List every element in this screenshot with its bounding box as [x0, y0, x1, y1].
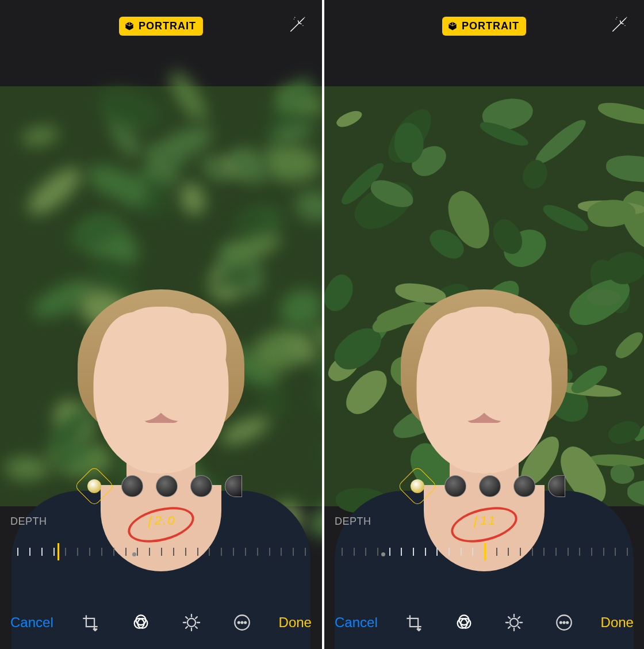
- lighting-option-natural[interactable]: [403, 472, 432, 501]
- lighting-option-stage[interactable]: [190, 475, 212, 497]
- depth-default-indicator: [132, 552, 136, 556]
- depth-label: DEPTH: [10, 516, 47, 527]
- svg-point-13: [560, 622, 562, 624]
- svg-point-5: [238, 622, 240, 624]
- cancel-button[interactable]: Cancel: [335, 614, 378, 631]
- portrait-mode-badge[interactable]: PORTRAIT: [119, 17, 203, 36]
- cancel-button[interactable]: Cancel: [10, 614, 53, 631]
- depth-control: DEPTHƒ2.0: [0, 512, 322, 528]
- depth-slider[interactable]: [17, 543, 305, 562]
- svg-point-10: [459, 615, 469, 625]
- more-tool-button[interactable]: [550, 609, 578, 636]
- svg-point-6: [241, 622, 243, 624]
- portrait-lighting-carousel[interactable]: [324, 472, 644, 501]
- lighting-option-stage[interactable]: [513, 475, 535, 497]
- depth-default-indicator: [381, 552, 385, 556]
- svg-point-15: [567, 622, 569, 624]
- photo-preview[interactable]: [0, 86, 322, 506]
- depth-slider[interactable]: [342, 543, 627, 562]
- lighting-option-studio[interactable]: [121, 475, 143, 497]
- depth-slider-thumb[interactable]: [57, 543, 59, 560]
- lighting-option-contour[interactable]: [479, 475, 501, 497]
- svg-point-14: [564, 622, 565, 624]
- filters-tool-button[interactable]: [450, 609, 478, 636]
- lighting-option-natural[interactable]: [80, 472, 109, 501]
- lighting-option-stage-mono[interactable]: [225, 475, 242, 497]
- svg-point-11: [510, 619, 518, 627]
- auto-enhance-button[interactable]: [288, 15, 307, 37]
- depth-slider-thumb[interactable]: [484, 543, 486, 560]
- done-button[interactable]: Done: [601, 614, 634, 631]
- editor-pane-left: PORTRAITDEPTHƒ2.0CancelDone: [0, 0, 322, 649]
- more-tool-button[interactable]: [228, 609, 256, 636]
- auto-enhance-button[interactable]: [610, 15, 629, 37]
- photo-preview[interactable]: [324, 86, 644, 506]
- portrait-lighting-carousel[interactable]: [0, 472, 322, 501]
- filters-tool-button[interactable]: [127, 609, 155, 636]
- depth-control: DEPTHƒ11: [324, 512, 644, 528]
- portrait-mode-badge[interactable]: PORTRAIT: [442, 17, 526, 36]
- editor-pane-right: PORTRAITDEPTHƒ11CancelDone: [324, 0, 644, 649]
- bottom-toolbar: CancelDone: [324, 596, 644, 649]
- bottom-toolbar: CancelDone: [0, 596, 322, 649]
- lighting-option-contour[interactable]: [156, 475, 178, 497]
- svg-point-3: [187, 619, 195, 627]
- lighting-option-studio[interactable]: [444, 475, 466, 497]
- crop-tool-button[interactable]: [400, 609, 428, 636]
- svg-point-2: [136, 615, 145, 625]
- portrait-badge-label: PORTRAIT: [139, 20, 196, 32]
- depth-label: DEPTH: [335, 516, 371, 527]
- crop-tool-button[interactable]: [76, 609, 104, 636]
- lighting-option-stage-mono[interactable]: [548, 475, 565, 497]
- adjust-tool-button[interactable]: [178, 609, 205, 636]
- adjust-tool-button[interactable]: [500, 609, 528, 636]
- done-button[interactable]: Done: [279, 614, 312, 631]
- portrait-badge-label: PORTRAIT: [462, 20, 519, 32]
- svg-point-7: [244, 622, 246, 624]
